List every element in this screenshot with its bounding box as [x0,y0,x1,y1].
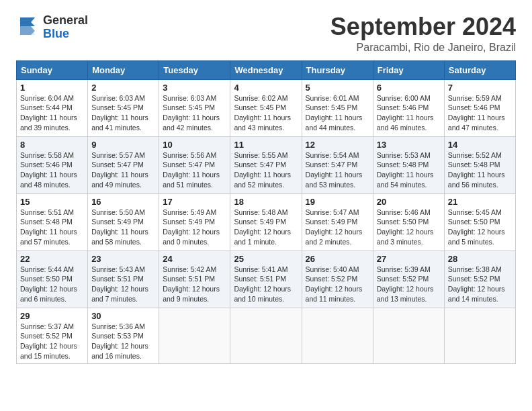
day-number: 5 [306,83,369,93]
day-info: Sunrise: 5:37 AM Sunset: 5:52 PM Dayligh… [20,322,84,361]
day-info: Sunrise: 5:58 AM Sunset: 5:46 PM Dayligh… [20,150,84,190]
table-row: 21 Sunrise: 5:45 AM Sunset: 5:50 PM Dayl… [444,193,515,250]
table-row: 25 Sunrise: 5:41 AM Sunset: 5:51 PM Dayl… [230,250,302,308]
day-number: 23 [91,254,155,264]
day-number: 4 [234,83,298,93]
day-info: Sunrise: 6:01 AM Sunset: 5:45 PM Dayligh… [306,93,369,133]
day-number: 25 [234,254,298,264]
table-row: 3 Sunrise: 6:03 AM Sunset: 5:45 PM Dayli… [159,79,230,136]
table-row: 5 Sunrise: 6:01 AM Sunset: 5:45 PM Dayli… [302,79,373,136]
day-number: 1 [20,83,84,93]
table-row: 26 Sunrise: 5:40 AM Sunset: 5:52 PM Dayl… [302,250,373,308]
header-friday: Friday [373,60,444,79]
day-info: Sunrise: 5:53 AM Sunset: 5:48 PM Dayligh… [377,150,441,190]
table-row: 17 Sunrise: 5:49 AM Sunset: 5:49 PM Dayl… [159,193,230,250]
table-row: 29 Sunrise: 5:37 AM Sunset: 5:52 PM Dayl… [17,308,88,364]
day-number: 17 [163,197,226,207]
table-row: 22 Sunrise: 5:44 AM Sunset: 5:50 PM Dayl… [17,250,88,308]
table-row: 11 Sunrise: 5:55 AM Sunset: 5:47 PM Dayl… [230,136,302,193]
table-row: 12 Sunrise: 5:54 AM Sunset: 5:47 PM Dayl… [302,136,373,193]
day-number: 12 [306,140,369,150]
day-info: Sunrise: 5:57 AM Sunset: 5:47 PM Dayligh… [91,150,155,190]
day-number: 2 [91,83,155,93]
day-info: Sunrise: 5:43 AM Sunset: 5:51 PM Dayligh… [91,265,155,304]
logo-general-text: General [43,14,88,28]
table-row: 7 Sunrise: 5:59 AM Sunset: 5:46 PM Dayli… [444,79,515,136]
table-row: 10 Sunrise: 5:56 AM Sunset: 5:47 PM Dayl… [159,136,230,193]
day-number: 24 [163,254,226,264]
day-info: Sunrise: 5:46 AM Sunset: 5:50 PM Dayligh… [377,208,441,247]
day-info: Sunrise: 5:47 AM Sunset: 5:49 PM Dayligh… [306,208,369,247]
day-info: Sunrise: 5:50 AM Sunset: 5:49 PM Dayligh… [91,208,155,247]
day-info: Sunrise: 5:36 AM Sunset: 5:53 PM Dayligh… [91,322,155,361]
day-number: 30 [91,311,155,321]
day-number: 10 [163,140,226,150]
day-info: Sunrise: 5:42 AM Sunset: 5:51 PM Dayligh… [163,265,226,304]
table-row [373,308,444,364]
table-row: 13 Sunrise: 5:53 AM Sunset: 5:48 PM Dayl… [373,136,444,193]
table-row: 15 Sunrise: 5:51 AM Sunset: 5:48 PM Dayl… [17,193,88,250]
calendar-header-row: Sunday Monday Tuesday Wednesday Thursday… [17,60,516,79]
logo-blue-text: Blue [43,28,88,41]
header-thursday: Thursday [302,60,373,79]
logo-icon [16,13,42,39]
day-number: 19 [306,197,369,207]
table-row: 30 Sunrise: 5:36 AM Sunset: 5:53 PM Dayl… [88,308,159,364]
day-info: Sunrise: 5:39 AM Sunset: 5:52 PM Dayligh… [377,265,441,304]
location-subtitle: Paracambi, Rio de Janeiro, Brazil [330,42,516,54]
day-info: Sunrise: 6:02 AM Sunset: 5:45 PM Dayligh… [234,93,298,133]
day-number: 18 [234,197,298,207]
day-number: 11 [234,140,298,150]
day-info: Sunrise: 5:40 AM Sunset: 5:52 PM Dayligh… [306,265,369,304]
day-info: Sunrise: 5:48 AM Sunset: 5:49 PM Dayligh… [234,208,298,247]
day-number: 8 [20,140,84,150]
day-number: 26 [306,254,369,264]
day-number: 27 [377,254,441,264]
day-info: Sunrise: 6:03 AM Sunset: 5:45 PM Dayligh… [163,93,226,133]
day-number: 13 [377,140,441,150]
table-row: 6 Sunrise: 6:00 AM Sunset: 5:46 PM Dayli… [373,79,444,136]
header-tuesday: Tuesday [159,60,230,79]
day-info: Sunrise: 5:44 AM Sunset: 5:50 PM Dayligh… [20,265,84,304]
table-row: 2 Sunrise: 6:03 AM Sunset: 5:45 PM Dayli… [88,79,159,136]
day-info: Sunrise: 6:04 AM Sunset: 5:44 PM Dayligh… [20,93,84,133]
header-saturday: Saturday [444,60,515,79]
table-row: 16 Sunrise: 5:50 AM Sunset: 5:49 PM Dayl… [88,193,159,250]
day-number: 14 [448,140,512,150]
day-info: Sunrise: 5:59 AM Sunset: 5:46 PM Dayligh… [448,93,512,133]
day-number: 3 [163,83,226,93]
day-info: Sunrise: 5:54 AM Sunset: 5:47 PM Dayligh… [306,150,369,190]
day-info: Sunrise: 5:52 AM Sunset: 5:48 PM Dayligh… [448,150,512,190]
table-row: 14 Sunrise: 5:52 AM Sunset: 5:48 PM Dayl… [444,136,515,193]
day-number: 16 [91,197,155,207]
day-info: Sunrise: 6:03 AM Sunset: 5:45 PM Dayligh… [91,93,155,133]
day-info: Sunrise: 6:00 AM Sunset: 5:46 PM Dayligh… [377,93,441,133]
table-row: 4 Sunrise: 6:02 AM Sunset: 5:45 PM Dayli… [230,79,302,136]
table-row: 24 Sunrise: 5:42 AM Sunset: 5:51 PM Dayl… [159,250,230,308]
table-row [230,308,302,364]
table-row [302,308,373,364]
day-info: Sunrise: 5:49 AM Sunset: 5:49 PM Dayligh… [163,208,226,247]
logo: General Blue [16,13,88,42]
day-info: Sunrise: 5:55 AM Sunset: 5:47 PM Dayligh… [234,150,298,190]
day-number: 7 [448,83,512,93]
day-info: Sunrise: 5:56 AM Sunset: 5:47 PM Dayligh… [163,150,226,190]
day-number: 15 [20,197,84,207]
day-number: 29 [20,311,84,321]
day-info: Sunrise: 5:45 AM Sunset: 5:50 PM Dayligh… [448,208,512,247]
day-number: 6 [377,83,441,93]
table-row: 9 Sunrise: 5:57 AM Sunset: 5:47 PM Dayli… [88,136,159,193]
calendar-table: Sunday Monday Tuesday Wednesday Thursday… [16,60,516,365]
table-row: 28 Sunrise: 5:38 AM Sunset: 5:52 PM Dayl… [444,250,515,308]
page-header: General Blue September 2024 Paracambi, R… [16,13,516,54]
day-number: 22 [20,254,84,264]
table-row [159,308,230,364]
day-info: Sunrise: 5:41 AM Sunset: 5:51 PM Dayligh… [234,265,298,304]
table-row [444,308,515,364]
table-row: 27 Sunrise: 5:39 AM Sunset: 5:52 PM Dayl… [373,250,444,308]
day-info: Sunrise: 5:51 AM Sunset: 5:48 PM Dayligh… [20,208,84,247]
table-row: 19 Sunrise: 5:47 AM Sunset: 5:49 PM Dayl… [302,193,373,250]
month-title: September 2024 [330,13,516,40]
header-wednesday: Wednesday [230,60,302,79]
table-row: 20 Sunrise: 5:46 AM Sunset: 5:50 PM Dayl… [373,193,444,250]
